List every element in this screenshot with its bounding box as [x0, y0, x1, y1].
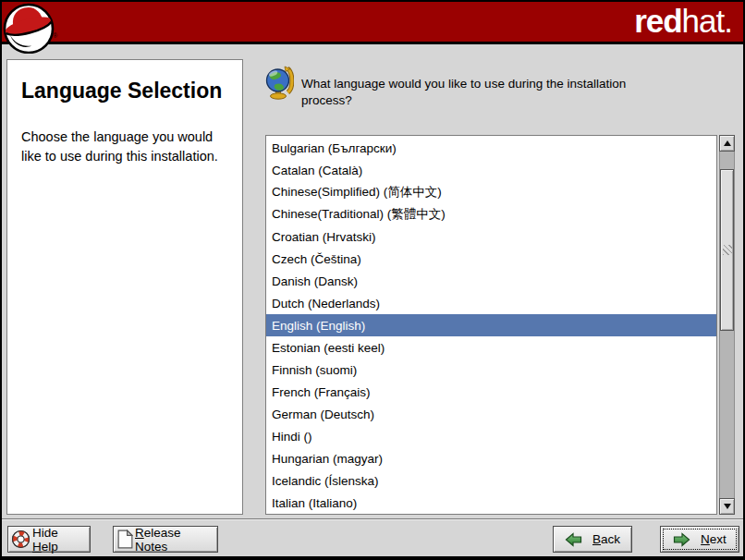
scrollbar-up-button[interactable]: [719, 135, 735, 152]
lifebuoy-icon: [11, 530, 31, 549]
header-bar: [2, 2, 743, 44]
arrow-left-icon: [565, 532, 582, 547]
language-option[interactable]: Croatian (Hrvatski): [266, 225, 716, 248]
language-option[interactable]: Catalan (Català): [266, 159, 716, 181]
language-option[interactable]: Estonian (eesti keel): [266, 336, 716, 359]
help-text: Choose the language you would like to us…: [21, 128, 228, 165]
language-option[interactable]: Italian (Italiano): [266, 492, 716, 514]
language-option[interactable]: Icelandic (Íslenska): [266, 469, 716, 492]
language-option[interactable]: Danish (Dansk): [266, 270, 716, 292]
language-option[interactable]: French (Français): [266, 381, 716, 403]
redhat-wordmark: redhat.: [634, 3, 732, 40]
installer-window: ® redhat. Language Selection Choose the …: [0, 0, 745, 560]
arrow-right-icon: [673, 532, 690, 547]
redhat-shadowman-logo-icon: [3, 2, 55, 54]
registered-trademark: ®: [53, 32, 57, 39]
language-list[interactable]: Bulgarian (Български)Catalan (Català)Chi…: [265, 135, 717, 515]
next-label: Next: [701, 532, 727, 546]
language-option[interactable]: German (Deutsch): [266, 403, 716, 425]
language-option[interactable]: English (English): [266, 314, 716, 336]
scrollbar-down-button[interactable]: [719, 498, 735, 515]
language-option[interactable]: Hungarian (magyar): [266, 447, 716, 469]
help-panel: Language Selection Choose the language y…: [6, 59, 243, 515]
language-list-scrollbar[interactable]: [719, 135, 735, 515]
language-option[interactable]: Finnish (suomi): [266, 359, 716, 381]
document-icon: [117, 530, 133, 549]
language-option[interactable]: Chinese(Simplified) (简体中文): [266, 181, 716, 203]
back-label: Back: [592, 532, 620, 546]
release-notes-label: Release Notes: [135, 526, 212, 554]
scrollbar-thumb[interactable]: [720, 169, 734, 331]
back-button[interactable]: Back: [553, 526, 632, 553]
up-arrow-icon: [724, 140, 731, 146]
language-option[interactable]: Hindi (): [266, 425, 716, 447]
wordmark-hat: hat.: [682, 3, 732, 39]
language-option[interactable]: Dutch (Nederlands): [266, 292, 716, 314]
globe-icon: [264, 66, 294, 100]
next-button[interactable]: Next: [660, 526, 739, 553]
down-arrow-icon: [724, 504, 731, 509]
scrollbar-trough[interactable]: [719, 152, 735, 498]
hide-help-button[interactable]: Hide Help: [7, 526, 91, 553]
page-title: Language Selection: [21, 79, 228, 103]
hide-help-label: Hide Help: [32, 526, 84, 554]
language-option[interactable]: Bulgarian (Български): [266, 137, 716, 159]
thumb-grip: [723, 245, 732, 255]
language-option[interactable]: Czech (Čeština): [266, 248, 716, 270]
bottom-separator: [2, 518, 743, 519]
release-notes-button[interactable]: Release Notes: [113, 526, 218, 553]
question-text: What language would you like to use duri…: [301, 76, 664, 109]
wordmark-red: red: [634, 3, 681, 39]
language-option[interactable]: Chinese(Traditional) (繁體中文): [266, 203, 716, 225]
